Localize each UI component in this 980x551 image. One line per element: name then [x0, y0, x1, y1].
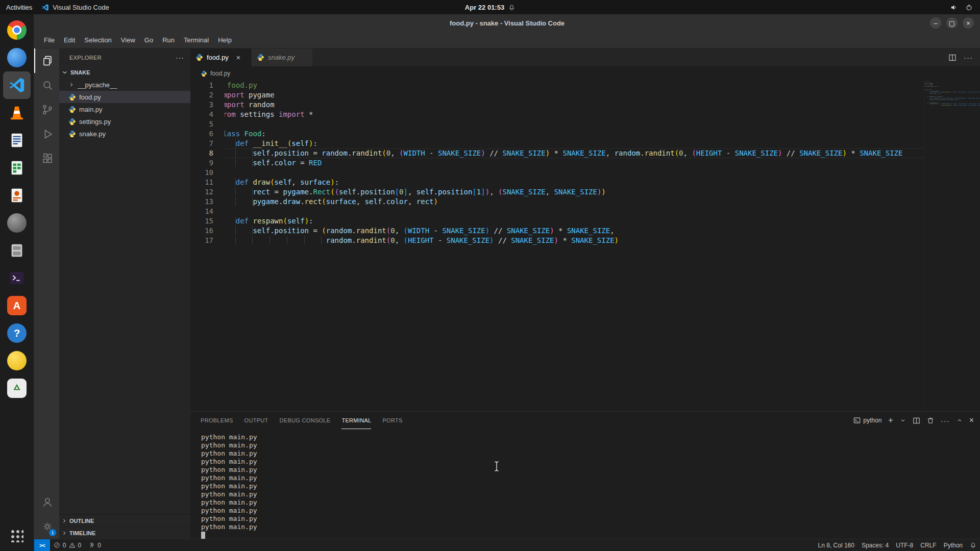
menu-terminal[interactable]: Terminal — [179, 34, 213, 46]
menu-selection[interactable]: Selection — [80, 34, 116, 46]
file-food-py[interactable]: food.py — [59, 91, 190, 103]
explorer-actions-icon[interactable]: ··· — [176, 54, 184, 62]
explorer-icon[interactable] — [34, 48, 59, 73]
split-editor-icon[interactable] — [948, 54, 957, 62]
file--pycache-[interactable]: __pycache__ — [59, 79, 190, 91]
menu-run[interactable]: Run — [158, 34, 179, 46]
menu-view[interactable]: View — [116, 34, 140, 46]
breadcrumb[interactable]: food.py — [190, 66, 980, 81]
eol-setting[interactable]: CRLF — [917, 539, 940, 551]
language-mode[interactable]: Python — [940, 539, 966, 551]
panel-tab-output[interactable]: OUTPUT — [244, 412, 268, 429]
terminal-output[interactable]: python main.pypython main.pypython main.… — [190, 429, 980, 539]
settings-gear-icon[interactable]: 1 — [34, 514, 59, 539]
show-applications-button[interactable] — [3, 524, 31, 547]
code-line-17[interactable]: random.randint(0, (HEIGHT - SNAKE_SIZE) … — [225, 236, 924, 245]
code-line-11[interactable]: def draw(self, surface): — [225, 178, 924, 187]
section-timeline[interactable]: TIMELINE — [59, 527, 190, 539]
code-line-3[interactable]: import random — [225, 100, 924, 110]
problems-status[interactable]: 0 0 — [50, 539, 85, 551]
minimap[interactable]: # food.pyimport pygameimport randomfrom … — [924, 81, 980, 411]
menu-edit[interactable]: Edit — [59, 34, 80, 46]
menu-go[interactable]: Go — [140, 34, 158, 46]
dock-chrome[interactable] — [3, 16, 31, 44]
close-tab-icon[interactable]: × — [236, 54, 240, 62]
split-terminal-icon[interactable] — [913, 417, 920, 424]
code-line-7[interactable]: def __init__(self): — [225, 139, 924, 148]
panel-tab-ports[interactable]: PORTS — [382, 412, 402, 429]
file-snake-py[interactable]: snake.py — [59, 128, 190, 140]
section-outline[interactable]: OUTLINE — [59, 514, 190, 527]
code-line-5[interactable] — [225, 119, 924, 129]
new-terminal-icon[interactable]: + — [888, 416, 893, 425]
run-debug-icon[interactable] — [34, 122, 59, 146]
code-line-1[interactable]: # food.py — [225, 81, 924, 90]
source-control-icon[interactable] — [34, 97, 59, 122]
clock[interactable]: Apr 22 01:53 — [465, 4, 504, 11]
dock-files[interactable] — [3, 237, 31, 264]
panel-tab-problems[interactable]: PROBLEMS — [201, 412, 233, 429]
file-main-py[interactable]: main.py — [59, 103, 190, 115]
notifications-bell-icon[interactable] — [966, 539, 980, 551]
code-line-15[interactable]: def respawn(self): — [225, 216, 924, 226]
terminal-profile-chip[interactable]: python — [853, 417, 881, 424]
close-button[interactable]: × — [963, 17, 974, 29]
activities-button[interactable]: Activities — [6, 4, 32, 11]
maximize-panel-icon[interactable] — [957, 417, 963, 423]
power-icon[interactable] — [965, 4, 973, 11]
tab-snake-py[interactable]: snake.py — [252, 48, 313, 66]
tab-food-py[interactable]: food.py× — [190, 48, 252, 66]
cursor-position[interactable]: Ln 8, Col 160 — [815, 539, 858, 551]
indentation-setting[interactable]: Spaces: 4 — [858, 539, 892, 551]
editor-more-actions-icon[interactable]: ··· — [964, 53, 973, 62]
line-number-16: 16 — [190, 226, 213, 236]
code-line-10[interactable] — [225, 168, 924, 178]
kill-terminal-icon[interactable] — [927, 417, 934, 424]
close-panel-icon[interactable]: × — [969, 416, 974, 425]
encoding-setting[interactable]: UTF-8 — [892, 539, 917, 551]
dock-vlc[interactable] — [3, 99, 31, 127]
panel-tab-debug-console[interactable]: DEBUG CONSOLE — [280, 412, 331, 429]
window-titlebar[interactable]: food.py - snake - Visual Studio Code – ▢… — [34, 14, 980, 32]
code-line-12[interactable]: rect = pygame.Rect((self.position[0], se… — [225, 187, 924, 197]
terminal-dropdown-chevron-icon[interactable] — [900, 417, 906, 423]
dock-ubuntu-software[interactable]: A — [3, 292, 31, 319]
dock-help[interactable]: ? — [3, 319, 31, 347]
code-editor[interactable]: 1234567891011121314151617 # food.pyimpor… — [190, 81, 980, 411]
code-line-16[interactable]: self.position = (random.randint(0, (WIDT… — [225, 226, 924, 236]
line-number-4: 4 — [190, 110, 213, 119]
breadcrumb-file[interactable]: food.py — [210, 70, 230, 77]
dock-cheese[interactable] — [3, 347, 31, 374]
search-icon[interactable] — [34, 73, 59, 97]
project-root-row[interactable]: SNAKE — [59, 66, 190, 79]
focused-app-indicator: Visual Studio Code — [41, 4, 109, 11]
remote-indicator[interactable]: >< — [34, 539, 50, 551]
dock-libreoffice-writer[interactable] — [3, 127, 31, 154]
panel-tab-terminal[interactable]: TERMINAL — [341, 412, 371, 429]
dock-terminal[interactable] — [3, 264, 31, 292]
dock-libreoffice-calc[interactable] — [3, 154, 31, 182]
terminal-line-8: python main.py — [201, 490, 980, 498]
maximize-button[interactable]: ▢ — [946, 17, 958, 29]
menu-help[interactable]: Help — [213, 34, 236, 46]
accounts-icon[interactable] — [34, 490, 59, 514]
minimize-button[interactable]: – — [930, 17, 941, 29]
dock-vscode[interactable] — [3, 71, 31, 99]
file-settings-py[interactable]: settings.py — [59, 115, 190, 128]
ports-status[interactable]: 0 — [85, 539, 105, 551]
volume-icon[interactable] — [950, 4, 958, 11]
code-line-13[interactable]: pygame.draw.rect(surface, self.color, re… — [225, 197, 924, 207]
code-line-9[interactable]: self.color = RED — [225, 158, 924, 168]
code-line-2[interactable]: import pygame — [225, 90, 924, 100]
code-line-8[interactable]: self.position = random.randint(0, (WIDTH… — [225, 148, 924, 158]
dock-libreoffice-impress[interactable] — [3, 182, 31, 209]
code-line-6[interactable]: class Food: — [225, 129, 924, 139]
code-line-14[interactable] — [225, 207, 924, 216]
panel-more-actions-icon[interactable]: ··· — [941, 416, 950, 425]
menu-file[interactable]: File — [39, 34, 59, 46]
dock-gimp[interactable] — [3, 209, 31, 237]
extensions-icon[interactable] — [34, 146, 59, 171]
dock-thunderbird[interactable] — [3, 44, 31, 71]
code-line-4[interactable]: from settings import * — [225, 110, 924, 119]
dock-trash[interactable] — [3, 374, 31, 402]
